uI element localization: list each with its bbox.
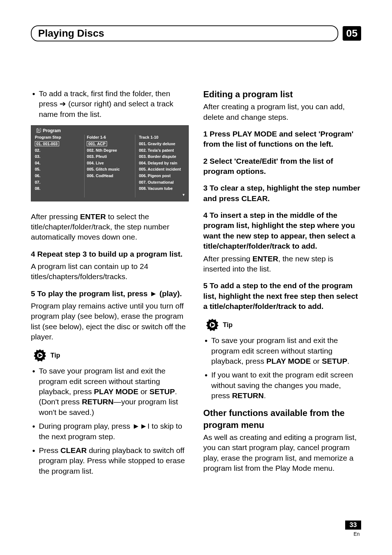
tip-item: To save your program list and exit the p… — [39, 366, 189, 417]
next-track-icon: ►►I — [132, 422, 150, 430]
tip-item: Press CLEAR during playback to switch of… — [39, 445, 189, 476]
right-column: Editing a program list After creating a … — [203, 89, 361, 482]
other-functions-heading: Other functions available from the progr… — [203, 407, 361, 431]
chapter-title: Playing Discs — [31, 25, 338, 41]
tip-item: If you want to exit the program edit scr… — [211, 370, 361, 401]
folder-col: Folder 1-6 001. ACP 002. Nth Degree 003.… — [84, 135, 135, 197]
editing-heading: Editing a program list — [203, 89, 361, 100]
editing-intro: After creating a program list, you can a… — [203, 102, 361, 122]
page-footer: 33 En — [345, 521, 361, 537]
language-label: En — [345, 531, 361, 537]
step-5-body: Program play remains active until you tu… — [31, 301, 189, 342]
chapter-number: 05 — [343, 26, 361, 41]
left-column: To add a track, first find the folder, t… — [31, 89, 189, 482]
tip-heading: Tip — [205, 318, 361, 332]
step-4-body: A program list can contain up to 24 titl… — [31, 261, 189, 282]
scroll-down-icon: ▾ — [139, 192, 185, 197]
page-header: Playing Discs 05 — [31, 25, 361, 41]
tip-heading: Tip — [33, 348, 189, 362]
program-screen: Program Program Step 01. 001-003 02. 03.… — [31, 125, 189, 201]
after-enter-text: After pressing ENTER to select the title… — [31, 212, 189, 242]
edit-step-1: 1 Press PLAY MODE and select 'Program' f… — [203, 129, 361, 150]
edit-step-4-body: After pressing ENTER, the new step is in… — [203, 254, 361, 274]
step-5-heading: 5 To play the program list, press ► (pla… — [31, 289, 189, 299]
program-screen-title: Program — [35, 128, 185, 134]
edit-step-2: 2 Select 'Create/Edit' from the list of … — [203, 156, 361, 177]
play-icon: ► — [150, 289, 158, 298]
track-col: Track 1-10 001. Gravity deluxe 002. Tesl… — [139, 135, 185, 197]
gear-icon — [33, 348, 47, 362]
edit-step-4: 4 To insert a step in the middle of the … — [203, 210, 361, 251]
edit-step-5: 5 To add a step to the end of the progra… — [203, 281, 361, 311]
tip-item: To save your program list and exit the p… — [211, 335, 361, 366]
edit-step-3: 3 To clear a step, highlight the step nu… — [203, 183, 361, 204]
step-4-heading: 4 Repeat step 3 to build up a program li… — [31, 249, 189, 259]
cursor-right-icon: ➔ — [60, 99, 66, 108]
intro-bullet: To add a track, first find the folder, t… — [39, 89, 189, 119]
tip-item: During program play, press ►►I to skip t… — [39, 421, 189, 442]
page-number: 33 — [345, 521, 361, 530]
program-step-col: Program Step 01. 001-003 02. 03. 04. 05.… — [35, 135, 81, 197]
gear-icon — [205, 318, 219, 332]
other-functions-body: As well as creating and editing a progra… — [203, 432, 361, 473]
play-mode-icon — [36, 128, 41, 133]
